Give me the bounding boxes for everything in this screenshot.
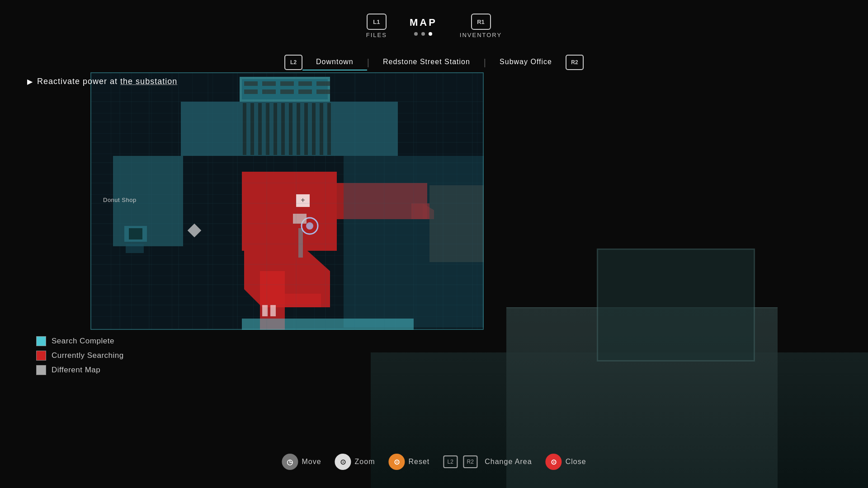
move-label: Move bbox=[302, 458, 321, 466]
svg-rect-25 bbox=[312, 103, 316, 155]
legend-color-currently-searching bbox=[36, 351, 46, 361]
svg-rect-5 bbox=[262, 81, 276, 86]
r1-icon: R1 bbox=[471, 14, 491, 30]
svg-rect-10 bbox=[262, 89, 276, 94]
map-legend: Search Complete Currently Searching Diff… bbox=[36, 336, 124, 375]
nav-dots bbox=[414, 32, 432, 36]
svg-point-43 bbox=[306, 222, 313, 230]
donut-shop-label: Donut Shop bbox=[103, 197, 137, 203]
svg-rect-46 bbox=[293, 214, 307, 224]
map-title: MAP bbox=[410, 17, 437, 28]
l2-tab-icon[interactable]: L2 bbox=[284, 55, 302, 70]
close-icon: ⊙ bbox=[546, 454, 562, 470]
map-area[interactable]: + bbox=[90, 72, 484, 330]
nav-dot-1 bbox=[414, 32, 418, 36]
svg-rect-6 bbox=[280, 81, 294, 86]
map-container: L1 FILES MAP R1 INVENTORY L2 Downtown | bbox=[0, 0, 868, 488]
l1-icon: L1 bbox=[367, 14, 387, 30]
reset-label: Reset bbox=[408, 458, 429, 466]
zoom-label: Zoom bbox=[355, 458, 375, 466]
r2-tab-icon[interactable]: R2 bbox=[566, 55, 584, 70]
svg-rect-51 bbox=[242, 319, 414, 330]
r2-change-icon: R2 bbox=[463, 455, 477, 468]
nav-dot-3 bbox=[429, 32, 432, 36]
legend-different-map: Different Map bbox=[36, 365, 124, 375]
change-area-control[interactable]: L2 R2 Change Area bbox=[443, 455, 532, 468]
objective-arrow-icon: ▶ bbox=[27, 77, 33, 86]
reset-icon: ⊙ bbox=[388, 454, 405, 470]
close-label: Close bbox=[566, 458, 586, 466]
l2-change-icon: L2 bbox=[443, 455, 458, 468]
legend-label-currently-searching: Currently Searching bbox=[52, 351, 124, 360]
legend-label-different-map: Different Map bbox=[52, 366, 100, 375]
move-icon: ◷ bbox=[282, 454, 298, 470]
reset-control: ⊙ Reset bbox=[388, 454, 429, 470]
svg-rect-21 bbox=[281, 103, 285, 155]
zoom-icon: ⊙ bbox=[335, 454, 351, 470]
tab-subway[interactable]: Subway Office bbox=[486, 54, 566, 70]
change-area-label: Change Area bbox=[485, 458, 532, 466]
files-label: FILES bbox=[366, 32, 387, 38]
svg-rect-16 bbox=[243, 103, 246, 155]
objective-display: ▶ Reactivate power at the substation bbox=[27, 77, 177, 86]
svg-rect-7 bbox=[298, 81, 312, 86]
legend-color-different-map bbox=[36, 365, 46, 375]
svg-rect-26 bbox=[320, 103, 323, 155]
legend-search-complete: Search Complete bbox=[36, 336, 124, 346]
svg-rect-4 bbox=[244, 81, 258, 86]
close-control[interactable]: ⊙ Close bbox=[546, 454, 586, 470]
objective-text: Reactivate power at the substation bbox=[37, 77, 177, 86]
svg-rect-8 bbox=[316, 81, 330, 86]
svg-text:+: + bbox=[301, 196, 305, 204]
legend-label-search-complete: Search Complete bbox=[52, 337, 114, 346]
svg-rect-11 bbox=[280, 89, 294, 94]
svg-rect-18 bbox=[258, 103, 262, 155]
svg-rect-12 bbox=[298, 89, 312, 94]
svg-rect-27 bbox=[327, 103, 331, 155]
top-navigation: L1 FILES MAP R1 INVENTORY bbox=[0, 14, 868, 38]
inventory-label: INVENTORY bbox=[460, 32, 502, 38]
svg-rect-35 bbox=[242, 172, 337, 251]
area-tabs: L2 Downtown | Redstone Street Station | … bbox=[284, 54, 584, 70]
tab-downtown[interactable]: Downtown bbox=[302, 54, 367, 70]
svg-rect-13 bbox=[316, 89, 330, 94]
svg-rect-22 bbox=[289, 103, 292, 155]
svg-rect-20 bbox=[274, 103, 277, 155]
map-svg: + bbox=[90, 72, 484, 330]
svg-rect-17 bbox=[250, 103, 254, 155]
svg-rect-9 bbox=[244, 89, 258, 94]
tab-redstone[interactable]: Redstone Street Station bbox=[369, 54, 484, 70]
inventory-nav-button[interactable]: R1 INVENTORY bbox=[460, 14, 502, 38]
legend-currently-searching: Currently Searching bbox=[36, 351, 124, 361]
svg-rect-19 bbox=[266, 103, 269, 155]
move-control: ◷ Move bbox=[282, 454, 321, 470]
files-nav-button[interactable]: L1 FILES bbox=[366, 14, 387, 38]
svg-rect-24 bbox=[304, 103, 308, 155]
bottom-controls: ◷ Move ⊙ Zoom ⊙ Reset L2 R2 Change Area … bbox=[282, 454, 586, 470]
nav-dot-2 bbox=[421, 32, 425, 36]
svg-rect-33 bbox=[126, 244, 144, 253]
svg-rect-32 bbox=[129, 228, 142, 239]
zoom-control: ⊙ Zoom bbox=[335, 454, 375, 470]
svg-rect-41 bbox=[298, 228, 303, 258]
svg-rect-53 bbox=[270, 305, 276, 316]
map-title-center: MAP bbox=[410, 17, 437, 36]
svg-rect-23 bbox=[297, 103, 300, 155]
svg-rect-40 bbox=[285, 294, 321, 307]
legend-color-search-complete bbox=[36, 336, 46, 346]
